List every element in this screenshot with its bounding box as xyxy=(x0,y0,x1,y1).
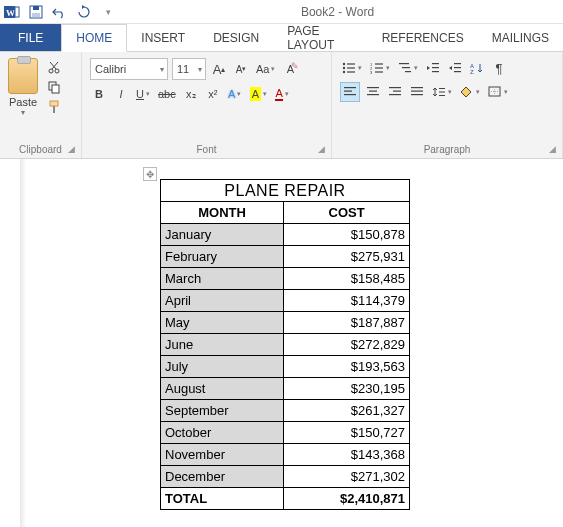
font-family-select[interactable]: Calibri xyxy=(90,58,168,80)
svg-rect-22 xyxy=(375,71,383,72)
undo-icon[interactable] xyxy=(52,4,68,20)
superscript-button[interactable]: x² xyxy=(204,84,222,104)
table-row: October xyxy=(161,422,284,444)
table-row: $187,887 xyxy=(284,312,410,334)
table-row: $230,195 xyxy=(284,378,410,400)
table-row: August xyxy=(161,378,284,400)
line-spacing-button[interactable] xyxy=(430,82,454,102)
table-header-cost: COST xyxy=(284,202,410,224)
svg-rect-48 xyxy=(439,95,445,96)
increase-indent-button[interactable] xyxy=(446,58,464,78)
svg-text:3: 3 xyxy=(370,70,373,74)
svg-rect-35 xyxy=(344,91,352,92)
table-row: January xyxy=(161,224,284,246)
svg-rect-5 xyxy=(32,13,40,17)
svg-rect-12 xyxy=(347,63,355,64)
subscript-button[interactable]: x₂ xyxy=(182,84,200,104)
svg-rect-45 xyxy=(411,94,423,95)
paste-label: Paste xyxy=(9,96,37,108)
font-launcher-icon[interactable]: ◢ xyxy=(318,144,325,154)
svg-rect-30 xyxy=(454,67,461,68)
table-row: $271,302 xyxy=(284,466,410,488)
sort-button[interactable]: AZ xyxy=(468,58,486,78)
paragraph-launcher-icon[interactable]: ◢ xyxy=(549,144,556,154)
table-row: $193,563 xyxy=(284,356,410,378)
numbering-button[interactable]: 123 xyxy=(368,58,392,78)
tab-home[interactable]: HOME xyxy=(61,24,127,52)
shading-button[interactable] xyxy=(458,82,482,102)
clear-formatting-button[interactable]: A✎ xyxy=(281,59,299,79)
tab-file[interactable]: FILE xyxy=(0,24,61,51)
svg-rect-34 xyxy=(344,87,356,88)
font-color-button[interactable]: A xyxy=(273,84,291,104)
show-marks-button[interactable]: ¶ xyxy=(490,58,508,78)
decrease-indent-button[interactable] xyxy=(424,58,442,78)
tab-mailings[interactable]: MAILINGS xyxy=(478,24,563,51)
tab-insert[interactable]: INSERT xyxy=(127,24,199,51)
table-row: March xyxy=(161,268,284,290)
svg-rect-41 xyxy=(393,91,401,92)
svg-rect-24 xyxy=(402,67,410,68)
table-row: November xyxy=(161,444,284,466)
italic-button[interactable]: I xyxy=(112,84,130,104)
align-center-button[interactable] xyxy=(364,82,382,102)
save-icon[interactable] xyxy=(28,4,44,20)
multilevel-list-button[interactable] xyxy=(396,58,420,78)
svg-point-11 xyxy=(343,63,345,65)
table-row: December xyxy=(161,466,284,488)
table-row: $143,368 xyxy=(284,444,410,466)
table-row: September xyxy=(161,400,284,422)
svg-rect-37 xyxy=(367,87,379,88)
svg-point-13 xyxy=(343,67,345,69)
strikethrough-button[interactable]: abc xyxy=(156,84,178,104)
table-move-handle-icon[interactable]: ✥ xyxy=(143,167,157,181)
svg-rect-40 xyxy=(389,87,401,88)
svg-rect-44 xyxy=(411,91,423,92)
qat-customize-icon[interactable]: ▾ xyxy=(100,4,116,20)
svg-rect-36 xyxy=(344,94,356,95)
table-row: $114,379 xyxy=(284,290,410,312)
font-size-select[interactable]: 11 xyxy=(172,58,206,80)
table-title: PLANE REPAIR xyxy=(161,180,410,202)
clipboard-launcher-icon[interactable]: ◢ xyxy=(68,144,75,154)
bold-button[interactable]: B xyxy=(90,84,108,104)
text-effects-button[interactable]: A xyxy=(226,84,244,104)
shrink-font-button[interactable]: A▾ xyxy=(232,59,250,79)
clipboard-group-label: Clipboard xyxy=(19,144,62,155)
table-row: April xyxy=(161,290,284,312)
copy-icon[interactable] xyxy=(46,80,62,94)
cut-icon[interactable] xyxy=(46,60,62,74)
svg-rect-16 xyxy=(347,71,355,72)
svg-rect-46 xyxy=(439,88,445,89)
svg-point-15 xyxy=(343,71,345,73)
svg-point-7 xyxy=(55,69,59,73)
align-right-button[interactable] xyxy=(386,82,404,102)
align-left-button[interactable] xyxy=(340,82,360,102)
table-row: $150,878 xyxy=(284,224,410,246)
svg-rect-29 xyxy=(454,63,461,64)
format-painter-icon[interactable] xyxy=(46,100,62,114)
bullets-button[interactable] xyxy=(340,58,364,78)
table-total-value: $2,410,871 xyxy=(284,488,410,510)
tab-page-layout[interactable]: PAGE LAYOUT xyxy=(273,24,367,51)
svg-rect-23 xyxy=(399,63,409,64)
paste-button[interactable]: Paste ▾ xyxy=(4,54,42,117)
table-header-month: MONTH xyxy=(161,202,284,224)
table-row: February xyxy=(161,246,284,268)
tab-design[interactable]: DESIGN xyxy=(199,24,273,51)
tab-references[interactable]: REFERENCES xyxy=(368,24,478,51)
plane-repair-table[interactable]: PLANE REPAIR MONTH COST January$150,878 … xyxy=(160,179,410,510)
borders-button[interactable] xyxy=(486,82,510,102)
underline-button[interactable]: U xyxy=(134,84,152,104)
grow-font-button[interactable]: A▴ xyxy=(210,59,228,79)
table-row: June xyxy=(161,334,284,356)
svg-rect-25 xyxy=(405,71,411,72)
svg-rect-20 xyxy=(375,67,383,68)
font-group-label: Font xyxy=(196,144,216,155)
highlight-button[interactable]: A xyxy=(248,84,269,104)
table-row: $150,727 xyxy=(284,422,410,444)
redo-icon[interactable] xyxy=(76,4,92,20)
svg-rect-28 xyxy=(432,71,439,72)
justify-button[interactable] xyxy=(408,82,426,102)
change-case-button[interactable]: Aa xyxy=(254,59,277,79)
